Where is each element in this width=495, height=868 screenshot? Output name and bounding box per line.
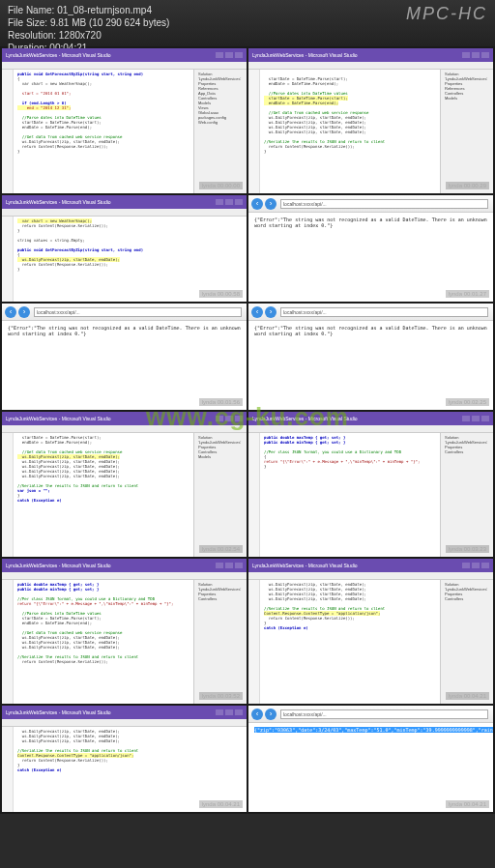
- player-brand: MPC-HC: [406, 4, 487, 43]
- timestamp: 00.00.00: [218, 183, 240, 188]
- thumb-2-vs[interactable]: LyndaJunkWebServices - Microsoft Visual …: [248, 48, 493, 193]
- filename-label: File Name:: [8, 5, 54, 15]
- thumb-4-browser[interactable]: ‹ › localhost:xxxx/api/... {"Error":"The…: [248, 195, 493, 302]
- window-title: LyndaJunkWebServices - Microsoft Visual …: [6, 52, 111, 58]
- code-editor[interactable]: startDate = DateTime.Parse(start); endDa…: [260, 70, 440, 193]
- line-gutter: [2, 70, 14, 193]
- forward-icon[interactable]: ›: [265, 198, 277, 210]
- url-bar[interactable]: localhost:xxxx/api/...: [280, 199, 488, 209]
- menubar[interactable]: [2, 62, 247, 70]
- browser-toolbar[interactable]: ‹ › localhost:xxxx/api/...: [248, 195, 493, 213]
- thumb-5-browser[interactable]: ‹›localhost:xxxx/api/... {"Error":"The s…: [2, 304, 247, 410]
- thumb-12-browser[interactable]: ‹›localhost:xxxx/api/... {"zip":"93063",…: [248, 706, 493, 812]
- thumb-6-browser[interactable]: ‹›localhost:xxxx/api/... {"Error":"The s…: [248, 304, 493, 410]
- browser-body: {"Error":"The string was not recognized …: [248, 213, 493, 302]
- filename-value: 01_08-returnjson.mp4: [57, 5, 152, 15]
- sol-root[interactable]: Solution 'LyndaJunkWebServices': [198, 72, 245, 81]
- close-icon: [235, 52, 243, 58]
- thumb-1-vs[interactable]: LyndaJunkWebServices - Microsoft Visual …: [2, 48, 247, 193]
- max-icon: [225, 52, 233, 58]
- thumb-9-vs[interactable]: LyndaJunkWebServices - Microsoft Visual …: [2, 559, 247, 704]
- filesize-label: File Size:: [8, 17, 47, 28]
- window-controls[interactable]: [216, 52, 243, 58]
- json-output: {"zip":"93063","date":3/24/03","maxTemp"…: [254, 727, 493, 733]
- thumb-3-vs[interactable]: LyndaJunkWebServices - Microsoft Visual …: [2, 195, 247, 302]
- thumb-11-vs[interactable]: LyndaJunkWebServices - Microsoft Visual …: [2, 706, 247, 812]
- thumb-8-vs[interactable]: LyndaJunkWebServices - Microsoft Visual …: [248, 412, 493, 557]
- code-editor[interactable]: public void GetForecastByZip(string star…: [14, 70, 193, 193]
- thumb-10-vs[interactable]: LyndaJunkWebServices - Microsoft Visual …: [248, 559, 493, 704]
- thumbnail-grid: LyndaJunkWebServices - Microsoft Visual …: [0, 46, 495, 814]
- player-metadata-bar: File Name: 01_08-returnjson.mp4 File Siz…: [0, 0, 495, 46]
- back-icon[interactable]: ‹: [251, 198, 263, 210]
- filesize-value: 9.81 MB (10 290 624 bytes): [50, 17, 169, 28]
- resolution-value: 1280x720: [59, 30, 102, 41]
- window-titlebar[interactable]: LyndaJunkWebServices - Microsoft Visual …: [2, 48, 247, 62]
- min-icon: [216, 52, 223, 58]
- json-error: {"Error":"The string was not recognized …: [254, 217, 487, 228]
- sol-item[interactable]: Web.config: [198, 120, 245, 125]
- solution-explorer[interactable]: Solution 'LyndaJunkWebServices' Properti…: [193, 70, 247, 193]
- thumb-7-vs[interactable]: LyndaJunkWebServices - Microsoft Visual …: [2, 412, 247, 557]
- resolution-label: Resolution:: [8, 30, 56, 41]
